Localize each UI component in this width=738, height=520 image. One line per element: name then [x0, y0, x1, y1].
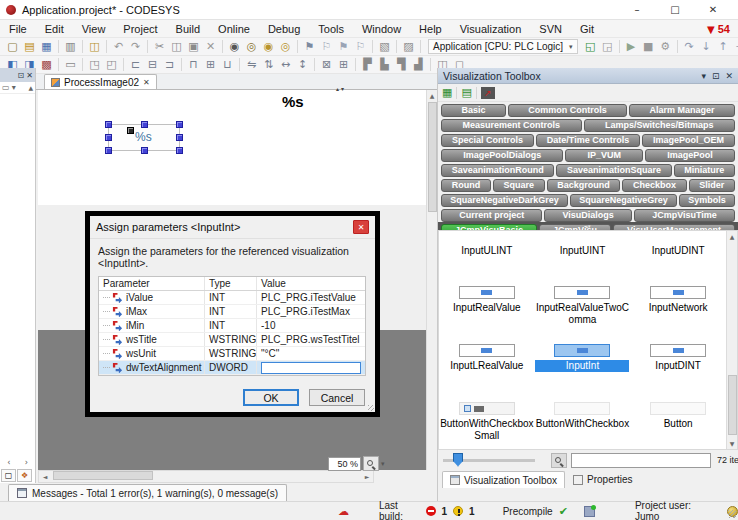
menu-item[interactable]: Debug: [259, 23, 309, 35]
pin-icon[interactable]: ⊡: [712, 71, 720, 81]
menu-item[interactable]: Window: [353, 23, 410, 35]
clear-bookmarks-icon[interactable]: ⚐: [352, 39, 369, 54]
scroll-up-icon[interactable]: ▲: [727, 231, 737, 242]
background-image-icon[interactable]: ◳: [86, 57, 103, 72]
step-out-icon[interactable]: ↑: [715, 39, 732, 54]
pin-icon[interactable]: ⊡: [18, 71, 25, 80]
toolbox-item[interactable]: InputRealValue: [439, 283, 535, 341]
thumbnail-size-slider[interactable]: [443, 459, 535, 462]
login-icon[interactable]: ◱: [582, 39, 599, 54]
project-settings-icon[interactable]: ◫: [86, 39, 103, 54]
resize-grip[interactable]: [728, 510, 736, 518]
minimize-button[interactable]: –: [618, 0, 656, 19]
breakpoint-icon[interactable]: ⚙: [657, 39, 674, 54]
toolbox-item[interactable]: InputInt: [535, 341, 631, 399]
parameter-row[interactable]: iValue INT PLC_PRG.iTestValue: [99, 291, 365, 305]
toolbox-category-button[interactable]: Common Controls: [508, 104, 627, 117]
toolbox-category-button[interactable]: SaveanimationSquare: [556, 164, 671, 177]
toolbox-category-button[interactable]: Checkbox: [622, 179, 686, 192]
toolbox-category-button[interactable]: Basic: [441, 104, 506, 117]
color-palette-icon[interactable]: ▩: [38, 57, 55, 72]
resize-handle[interactable]: [105, 147, 112, 154]
parameter-row[interactable]: wsUnit WSTRING "°C": [99, 347, 365, 361]
toolbox-category-button[interactable]: IP_VUM: [565, 149, 643, 162]
undo-icon[interactable]: ↶: [110, 39, 127, 54]
toolbox-category-button[interactable]: Square: [493, 179, 545, 192]
toolbox-item[interactable]: InputLRealValue: [439, 341, 535, 399]
nav-prev-icon[interactable]: ‹: [7, 458, 10, 467]
toolbox-item[interactable]: InputUINT: [535, 231, 631, 283]
parameter-row[interactable]: wsTitle WSTRING PLC_PRG.wsTestTitel: [99, 333, 365, 347]
tab-close-icon[interactable]: ✕: [143, 78, 150, 87]
align-left-icon[interactable]: ⊏: [127, 57, 144, 72]
distribute-horizontal-icon[interactable]: ⇋: [243, 57, 260, 72]
close-icon[interactable]: ✕: [725, 71, 733, 81]
replace-icon[interactable]: ◎: [243, 39, 260, 54]
cut-icon[interactable]: ✂: [151, 39, 168, 54]
chevron-down-icon[interactable]: ▾: [381, 460, 385, 468]
scroll-up-icon[interactable]: ▲: [427, 90, 437, 101]
export-icon[interactable]: ▧: [376, 39, 393, 54]
cloud-sync-icon[interactable]: ☁: [338, 505, 349, 518]
menu-item[interactable]: View: [73, 23, 115, 35]
column-header[interactable]: Value: [257, 277, 365, 290]
resize-handle[interactable]: [141, 121, 148, 128]
logout-icon[interactable]: ◲: [599, 39, 616, 54]
column-header[interactable]: Type: [205, 277, 257, 290]
toolbox-category-button[interactable]: Date/Time Controls: [536, 134, 640, 147]
gateway-status-icon[interactable]: [584, 506, 595, 517]
menu-item[interactable]: Visualization: [451, 23, 531, 35]
zoom-level[interactable]: 50 %: [328, 457, 361, 471]
send-backward-icon[interactable]: ▜: [393, 57, 410, 72]
resize-handle[interactable]: [176, 147, 183, 154]
bring-forward-icon[interactable]: ▙: [376, 57, 393, 72]
toolbox-category-button[interactable]: SquareNegativeDarkGrey: [441, 194, 568, 207]
view-mode-icon[interactable]: ▭: [2, 83, 10, 92]
toolbox-category-button[interactable]: SquareNegativeGrey: [570, 194, 677, 207]
redo-icon[interactable]: ↷: [127, 39, 144, 54]
grid-icon[interactable]: ⊞: [335, 57, 352, 72]
frame-selection-icon[interactable]: ▭: [62, 57, 79, 72]
menu-item[interactable]: SVN: [530, 23, 571, 35]
resize-handle[interactable]: [105, 134, 112, 141]
step-into-icon[interactable]: ↓: [698, 39, 715, 54]
toolbox-item[interactable]: InputNetwork: [630, 283, 726, 341]
scroll-right-icon[interactable]: ►: [361, 473, 373, 480]
active-application-selector[interactable]: Application [CPU: PLC Logic] ▾: [428, 39, 578, 54]
step-over-icon[interactable]: ↷: [681, 39, 698, 54]
list-view-icon[interactable]: ▤: [461, 86, 471, 99]
items-scrollbar[interactable]: ▲ ▼: [726, 231, 737, 449]
size-icon[interactable]: ⊠: [318, 57, 335, 72]
toolbox-item[interactable]: ButtonWithCheckbox: [535, 399, 631, 450]
toolbox-category-button[interactable]: Current project: [441, 209, 542, 222]
next-bookmark-icon[interactable]: ⚑: [335, 39, 352, 54]
column-header[interactable]: Parameter: [99, 277, 205, 290]
toolbox-item[interactable]: InputRealValueTwoComma: [535, 283, 631, 341]
prev-bookmark-icon[interactable]: ⚐: [318, 39, 335, 54]
export-favorites-icon[interactable]: ↗: [481, 87, 495, 99]
toolbox-category-button[interactable]: ImagePool_OEM: [642, 134, 735, 147]
screenshot-icon[interactable]: ◰: [103, 57, 120, 72]
menu-item[interactable]: Help: [410, 23, 451, 35]
toolbox-search-input[interactable]: [571, 453, 711, 468]
same-width-icon[interactable]: ↔: [277, 57, 294, 72]
parameter-row[interactable]: dwTextAlignment DWORD: [99, 361, 365, 375]
toolbox-item[interactable]: InputULINT: [439, 231, 535, 283]
copy-icon[interactable]: ◫: [168, 39, 185, 54]
menu-item[interactable]: Git: [571, 23, 603, 35]
chevron-down-icon[interactable]: ▾: [12, 83, 16, 92]
pou-view-tab-icon[interactable]: ▢: [1, 469, 16, 482]
horizontal-scrollbar[interactable]: ◄ ►: [38, 470, 374, 483]
toolbox-item[interactable]: Button: [630, 399, 726, 450]
toolbox-category-button[interactable]: ImagePoolDialogs: [441, 149, 563, 162]
distribute-vertical-icon[interactable]: ⇅: [260, 57, 277, 72]
scroll-left-icon[interactable]: ◄: [39, 473, 51, 480]
grid-view-icon[interactable]: ▦: [442, 86, 452, 99]
scroll-up-icon[interactable]: ▲: [28, 84, 33, 91]
find-all-icon[interactable]: ◉: [260, 39, 277, 54]
menu-item[interactable]: Project: [114, 23, 166, 35]
start-icon[interactable]: ▶: [623, 39, 640, 54]
align-middle-icon[interactable]: ⊞: [202, 57, 219, 72]
close-icon[interactable]: ✕: [26, 71, 33, 80]
open-project-icon[interactable]: ▤: [21, 39, 38, 54]
